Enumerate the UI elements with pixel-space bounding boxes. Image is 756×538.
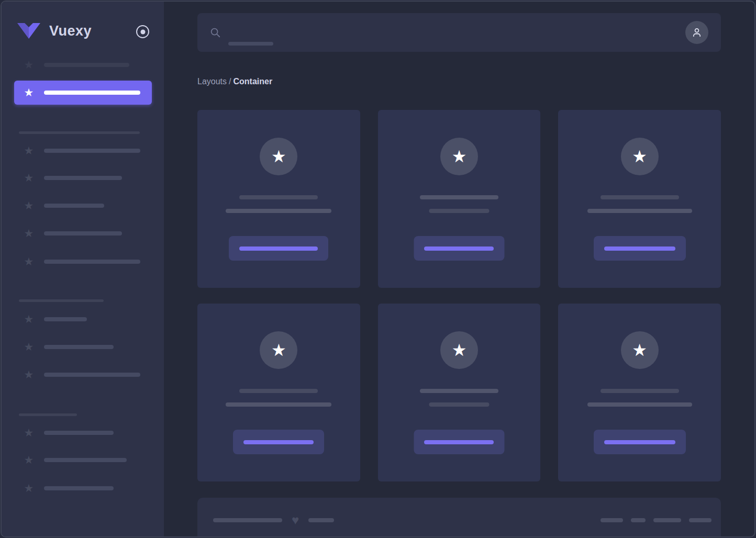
star-badge: ★ xyxy=(440,138,478,175)
card-action-button[interactable] xyxy=(233,430,324,454)
footer-link-skeleton xyxy=(689,518,711,522)
breadcrumb-section[interactable]: Layouts xyxy=(197,77,227,86)
card-text-skeleton xyxy=(587,209,692,213)
star-icon: ★ xyxy=(23,454,35,466)
star-badge: ★ xyxy=(621,138,659,175)
sidebar-item-label-skeleton xyxy=(44,345,114,349)
search-placeholder-skeleton xyxy=(228,42,273,46)
card: ★ xyxy=(197,304,360,481)
sidebar-item-label-skeleton xyxy=(44,431,114,435)
star-icon: ★ xyxy=(23,199,35,212)
card-text-skeleton xyxy=(226,402,331,407)
star-badge: ★ xyxy=(260,138,297,175)
card-text-skeleton xyxy=(226,209,331,213)
sidebar-item-label-skeleton xyxy=(44,91,140,95)
footer-link-skeleton xyxy=(601,518,623,522)
card-text-skeleton xyxy=(429,209,489,213)
star-badge: ★ xyxy=(260,331,297,369)
card-text-skeleton xyxy=(429,402,489,407)
sidebar-item[interactable]: ★ xyxy=(2,144,164,157)
sidebar-item[interactable]: ★ xyxy=(2,368,164,381)
card-action-button[interactable] xyxy=(594,430,686,454)
card-text-skeleton xyxy=(239,389,318,393)
footer-text-skeleton xyxy=(213,518,282,522)
star-icon: ★ xyxy=(621,138,659,175)
person-icon xyxy=(691,26,703,39)
star-icon: ★ xyxy=(260,138,297,175)
card-grid: ★★★★★★ xyxy=(197,110,721,481)
main-content: Layouts/Container ★★★★★★ ♥ xyxy=(164,2,754,536)
star-badge: ★ xyxy=(440,331,478,369)
footer-link-skeleton xyxy=(631,518,646,522)
sidebar-item[interactable]: ★ xyxy=(2,172,164,184)
sidebar: Vuexy ★★★★★★★★★★★★★ xyxy=(2,2,164,536)
star-badge: ★ xyxy=(621,331,659,369)
sidebar-item[interactable]: ★ xyxy=(2,199,164,212)
sidebar-item-label-skeleton xyxy=(44,458,127,462)
heart-icon: ♥ xyxy=(292,514,299,526)
sidebar-item[interactable]: ★ xyxy=(2,341,164,353)
star-icon: ★ xyxy=(23,368,35,381)
card: ★ xyxy=(378,110,541,288)
sidebar-item[interactable]: ★ xyxy=(2,59,164,71)
star-icon: ★ xyxy=(260,331,297,369)
card-action-button[interactable] xyxy=(414,236,504,261)
star-icon: ★ xyxy=(440,331,478,369)
footer-right-group xyxy=(601,518,711,522)
sidebar-item-label-skeleton xyxy=(44,176,122,180)
card-text-skeleton xyxy=(420,389,498,393)
button-label-skeleton xyxy=(424,440,494,444)
sidebar-item[interactable]: ★ xyxy=(2,255,164,268)
star-icon: ★ xyxy=(440,138,478,175)
button-label-skeleton xyxy=(243,440,314,444)
button-label-skeleton xyxy=(239,246,318,251)
search-icon xyxy=(209,27,221,38)
sidebar-item-label-skeleton xyxy=(44,231,122,236)
radio-dot xyxy=(140,29,145,34)
star-icon: ★ xyxy=(621,331,659,369)
sidebar-item[interactable]: ★ xyxy=(2,227,164,240)
button-label-skeleton xyxy=(604,440,675,444)
button-label-skeleton xyxy=(604,246,675,251)
button-label-skeleton xyxy=(424,246,494,251)
card-action-button[interactable] xyxy=(594,236,686,261)
footer-left-group: ♥ xyxy=(213,514,334,526)
card-action-button[interactable] xyxy=(414,430,504,454)
breadcrumb-page: Container xyxy=(234,77,273,86)
sidebar-logo-row: Vuexy xyxy=(2,2,164,59)
search-bar[interactable] xyxy=(197,13,721,52)
sidebar-item-label-skeleton xyxy=(44,373,140,377)
sidebar-section-header-skeleton xyxy=(19,299,104,302)
star-icon: ★ xyxy=(23,172,35,184)
card-text-skeleton xyxy=(601,389,679,393)
sidebar-section-header-skeleton xyxy=(19,413,77,416)
sidebar-item[interactable]: ★ xyxy=(2,454,164,466)
card: ★ xyxy=(378,304,541,481)
card-action-button[interactable] xyxy=(229,236,328,261)
star-icon: ★ xyxy=(23,313,35,326)
sidebar-item-label-skeleton xyxy=(44,149,140,153)
footer-link-skeleton xyxy=(653,518,681,522)
star-icon: ★ xyxy=(23,482,35,495)
vuexy-logo-icon xyxy=(17,23,40,39)
sidebar-item[interactable]: ★ xyxy=(2,427,164,439)
star-icon: ★ xyxy=(23,86,35,99)
sidebar-item-label-skeleton xyxy=(44,204,104,208)
star-icon: ★ xyxy=(23,427,35,439)
star-icon: ★ xyxy=(23,255,35,268)
sidebar-item[interactable]: ★ xyxy=(2,482,164,495)
sidebar-item-label-skeleton xyxy=(44,63,129,67)
card-text-skeleton xyxy=(601,195,679,199)
sidebar-item-label-skeleton xyxy=(44,486,114,490)
card: ★ xyxy=(197,110,360,288)
sidebar-item[interactable]: ★ xyxy=(2,313,164,326)
sidebar-item-label-skeleton xyxy=(44,260,140,264)
footer-text-skeleton xyxy=(308,518,334,522)
sidebar-item-label-skeleton xyxy=(44,317,87,321)
card-text-skeleton xyxy=(420,195,498,199)
app-window: Vuexy ★★★★★★★★★★★★★ Layout xyxy=(1,1,755,537)
user-avatar[interactable] xyxy=(685,21,708,44)
radio-toggle-icon[interactable] xyxy=(136,25,149,38)
card: ★ xyxy=(558,110,721,288)
sidebar-item-active[interactable]: ★ xyxy=(14,81,152,105)
